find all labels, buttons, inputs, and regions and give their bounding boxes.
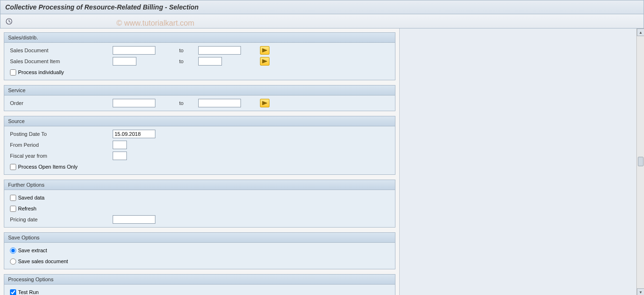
row-posting-date-to: Posting Date To: [8, 129, 391, 139]
row-save-extract: Save extract: [8, 245, 391, 256]
label-to-sales-document: to: [179, 48, 193, 53]
label-refresh: Refresh: [18, 206, 37, 211]
label-save-sales-document: Save sales document: [18, 258, 68, 264]
row-sales-document: Sales Document to: [8, 45, 391, 56]
scrollbar-vertical[interactable]: ▲ ▼: [636, 29, 644, 295]
row-from-period: From Period: [8, 140, 391, 150]
checkbox-refresh[interactable]: [10, 206, 16, 212]
label-pricing-date: Pricing date: [8, 217, 113, 222]
group-body-source: Posting Date To From Period Fiscal year …: [4, 126, 395, 174]
group-sales: Sales/distrib. Sales Document to Sales D…: [4, 32, 395, 80]
radio-save-extract[interactable]: [10, 247, 16, 254]
input-sales-document-item-from[interactable]: [113, 57, 136, 66]
row-process-open-items: Process Open Items Only: [8, 162, 391, 172]
label-process-open-items: Process Open Items Only: [18, 164, 77, 170]
multi-select-sales-document-item[interactable]: [260, 57, 269, 66]
input-order-from[interactable]: [113, 99, 155, 107]
label-sales-document: Sales Document: [8, 48, 113, 53]
right-panel: ▲ ▼: [399, 29, 644, 295]
checkbox-saved-data[interactable]: [10, 195, 16, 201]
group-source: Source Posting Date To From Period Fisca…: [4, 116, 395, 175]
group-processing-options: Processing Options Test Run: [4, 274, 395, 295]
row-saved-data: Saved data: [8, 192, 391, 203]
input-from-period[interactable]: [113, 141, 127, 149]
scroll-down-icon[interactable]: ▼: [637, 288, 644, 295]
checkbox-test-run[interactable]: [10, 289, 16, 295]
row-refresh: Refresh: [8, 203, 391, 214]
group-body-save-options: Save extract Save sales document: [4, 243, 395, 269]
group-header-source: Source: [4, 116, 395, 126]
row-order: Order to: [8, 98, 391, 108]
input-sales-document-to[interactable]: [198, 46, 241, 55]
label-saved-data: Saved data: [18, 195, 45, 200]
label-test-run: Test Run: [18, 289, 38, 295]
row-process-individually: Process individually: [8, 67, 391, 77]
row-save-sales-document: Save sales document: [8, 256, 391, 266]
row-test-run: Test Run: [8, 287, 391, 295]
group-header-further-options: Further Options: [4, 180, 395, 190]
multi-select-order[interactable]: [260, 99, 269, 107]
label-process-individually: Process individually: [18, 69, 64, 75]
group-body-service: Order to: [4, 95, 395, 111]
main-panel: Sales/distrib. Sales Document to Sales D…: [0, 29, 399, 295]
label-to-sales-document-item: to: [179, 58, 193, 64]
row-sales-document-item: Sales Document Item to: [8, 56, 391, 67]
label-save-extract: Save extract: [18, 247, 47, 253]
group-save-options: Save Options Save extract Save sales doc…: [4, 232, 395, 269]
group-header-service: Service: [4, 86, 395, 95]
toolbar: [0, 14, 644, 29]
checkbox-process-individually[interactable]: [10, 69, 16, 76]
page-title: Collective Processing of Resource-Relate…: [5, 3, 199, 11]
checkbox-process-open-items[interactable]: [10, 164, 16, 170]
input-sales-document-from[interactable]: [113, 46, 155, 55]
group-body-processing-options: Test Run: [4, 285, 395, 295]
content-area: Sales/distrib. Sales Document to Sales D…: [0, 29, 644, 295]
scroll-up-icon[interactable]: ▲: [637, 29, 644, 36]
label-from-period: From Period: [8, 142, 113, 148]
multi-select-sales-document[interactable]: [260, 46, 269, 55]
input-order-to[interactable]: [198, 99, 241, 107]
group-body-sales: Sales Document to Sales Document Item to: [4, 43, 395, 80]
label-fiscal-year-from: Fiscal year from: [8, 153, 113, 159]
title-bar: Collective Processing of Resource-Relate…: [0, 0, 644, 14]
group-header-processing-options: Processing Options: [4, 275, 395, 285]
input-posting-date-to[interactable]: [113, 130, 155, 138]
group-further-options: Further Options Saved data Refresh Prici…: [4, 180, 395, 228]
input-pricing-date[interactable]: [113, 215, 155, 224]
row-fiscal-year-from: Fiscal year from: [8, 151, 391, 161]
row-pricing-date: Pricing date: [8, 214, 391, 225]
input-fiscal-year-from[interactable]: [113, 152, 127, 160]
group-body-further-options: Saved data Refresh Pricing date: [4, 190, 395, 227]
group-service: Service Order to: [4, 85, 395, 111]
radio-save-sales-document[interactable]: [10, 258, 16, 265]
label-posting-date-to: Posting Date To: [8, 131, 113, 137]
label-order: Order: [8, 100, 113, 106]
label-sales-document-item: Sales Document Item: [8, 58, 113, 64]
group-header-sales: Sales/distrib.: [4, 33, 395, 43]
scroll-grip[interactable]: [638, 157, 644, 166]
input-sales-document-item-to[interactable]: [198, 57, 222, 66]
label-to-order: to: [179, 100, 193, 106]
execute-icon[interactable]: [5, 18, 13, 25]
group-header-save-options: Save Options: [4, 233, 395, 243]
